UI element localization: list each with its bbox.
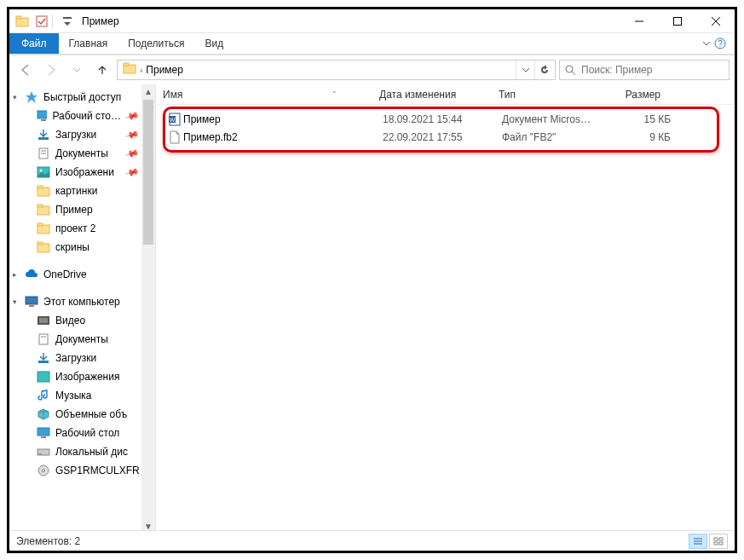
- chevron-down-icon[interactable]: ▾: [13, 297, 21, 306]
- svg-rect-29: [37, 242, 43, 245]
- star-icon: [25, 90, 38, 104]
- column-date[interactable]: Дата изменения: [379, 89, 499, 101]
- search-input[interactable]: Поиск: Пример: [559, 60, 730, 80]
- desktop-icon: [37, 427, 50, 439]
- svg-rect-36: [38, 361, 49, 363]
- svg-rect-34: [39, 334, 48, 344]
- svg-rect-2: [37, 16, 47, 26]
- ribbon-collapse[interactable]: ?: [694, 33, 735, 54]
- column-headers: Имя˄ Дата изменения Тип Размер: [156, 84, 735, 105]
- item-count: Элементов: 2: [16, 535, 80, 547]
- cloud-icon: [25, 268, 38, 280]
- svg-point-43: [43, 470, 45, 472]
- sidebar-item-video[interactable]: Видео: [9, 311, 155, 330]
- tab-home[interactable]: Главная: [59, 33, 118, 54]
- sidebar-item-cd[interactable]: GSP1RMCULXFR: [9, 461, 155, 480]
- sidebar-scrollbar[interactable]: ▲ ▼: [141, 84, 155, 533]
- address-dropdown[interactable]: [516, 61, 534, 79]
- svg-point-21: [40, 170, 43, 172]
- tab-share[interactable]: Поделиться: [118, 33, 194, 54]
- column-name[interactable]: Имя˄: [163, 89, 379, 101]
- close-button[interactable]: [696, 9, 735, 33]
- refresh-button[interactable]: [534, 61, 553, 79]
- file-row[interactable]: W Пример 18.09.2021 15:44 Документ Micro…: [163, 110, 728, 128]
- file-row[interactable]: Пример.fb2 22.09.2021 17:55 Файл "FB2" 9…: [163, 128, 728, 146]
- status-bar: Элементов: 2: [9, 530, 735, 551]
- properties-icon[interactable]: [32, 12, 51, 31]
- desktop-icon: [37, 110, 47, 122]
- cube-icon: [37, 408, 50, 420]
- svg-rect-14: [37, 111, 47, 118]
- music-icon: [37, 390, 50, 401]
- svg-rect-52: [714, 542, 718, 545]
- svg-rect-5: [673, 17, 681, 25]
- pc-icon: [25, 296, 38, 308]
- sidebar-item-music[interactable]: Музыка: [9, 386, 155, 405]
- up-button[interactable]: [91, 59, 113, 81]
- svg-rect-53: [719, 542, 723, 545]
- icons-view-button[interactable]: [709, 534, 728, 549]
- chevron-down-icon[interactable]: ▾: [13, 93, 21, 101]
- file-tab[interactable]: Файл: [9, 33, 59, 54]
- pin-icon: 📌: [124, 165, 141, 180]
- svg-rect-3: [63, 17, 72, 19]
- sidebar-item-3d[interactable]: Объемные объ: [9, 405, 155, 424]
- svg-rect-51: [719, 538, 723, 540]
- column-type[interactable]: Тип: [499, 89, 609, 101]
- address-bar[interactable]: › Пример: [117, 60, 556, 80]
- sidebar-this-pc[interactable]: ▾Этот компьютер: [9, 292, 155, 311]
- recent-dropdown[interactable]: [66, 59, 88, 81]
- pin-icon: 📌: [124, 127, 141, 142]
- svg-rect-39: [41, 436, 46, 438]
- svg-rect-23: [37, 186, 43, 188]
- column-size[interactable]: Размер: [609, 89, 669, 101]
- pin-icon: 📌: [124, 146, 141, 161]
- sidebar-item-desktop[interactable]: Рабочий стол: [9, 424, 155, 442]
- scroll-thumb[interactable]: [143, 100, 153, 245]
- breadcrumb[interactable]: Пример: [142, 64, 187, 76]
- sidebar-item-downloads[interactable]: Загрузки📌: [9, 125, 155, 144]
- sidebar-item-disk[interactable]: Локальный дис: [9, 442, 155, 461]
- pin-icon: 📌: [124, 108, 141, 124]
- sidebar-item-folder[interactable]: Пример: [9, 200, 155, 219]
- sidebar-item-pictures[interactable]: Изображени📌: [9, 163, 155, 182]
- svg-text:?: ?: [718, 39, 723, 49]
- folder-icon: [13, 12, 32, 31]
- sidebar-item-folder[interactable]: скрины: [9, 238, 155, 257]
- titlebar: Пример: [9, 9, 735, 33]
- downloads-icon: [37, 352, 50, 364]
- details-view-button[interactable]: [689, 534, 707, 549]
- svg-rect-25: [37, 205, 43, 207]
- svg-rect-31: [29, 305, 34, 307]
- sidebar-item-folder[interactable]: картинки: [9, 182, 155, 200]
- sidebar-item-desktop[interactable]: Рабочий сто…📌: [9, 107, 155, 125]
- svg-text:W: W: [170, 117, 176, 123]
- sort-asc-icon: ˄: [332, 90, 337, 99]
- documents-icon: [37, 147, 50, 159]
- sidebar-item-folder[interactable]: проект 2: [9, 219, 155, 238]
- help-icon[interactable]: ?: [714, 38, 726, 49]
- word-file-icon: W: [168, 113, 183, 126]
- tab-view[interactable]: Вид: [194, 33, 234, 54]
- maximize-button[interactable]: [658, 9, 696, 33]
- back-button[interactable]: [14, 59, 37, 81]
- search-icon: [565, 65, 576, 76]
- address-bar-row: › Пример Поиск: Пример: [9, 55, 735, 84]
- chevron-right-icon[interactable]: ▸: [13, 270, 21, 279]
- qat-dropdown-icon[interactable]: [58, 12, 77, 31]
- sidebar-onedrive[interactable]: ▸OneDrive: [9, 265, 155, 284]
- cd-icon: [37, 465, 50, 476]
- sidebar-quick-access[interactable]: ▾ Быстрый доступ: [9, 88, 155, 107]
- sidebar-item-documents[interactable]: Документы: [9, 330, 155, 349]
- disk-icon: [37, 446, 50, 458]
- navigation-pane: ▾ Быстрый доступ Рабочий сто…📌 Загрузки📌…: [9, 84, 156, 533]
- scroll-up-icon[interactable]: ▲: [141, 84, 155, 98]
- sidebar-item-documents[interactable]: Документы📌: [9, 144, 155, 163]
- sidebar-item-downloads[interactable]: Загрузки: [9, 349, 155, 367]
- sidebar-item-pictures[interactable]: Изображения: [9, 367, 155, 386]
- forward-button[interactable]: [40, 59, 62, 81]
- qat-separator: [52, 14, 57, 28]
- ribbon-tabs: Файл Главная Поделиться Вид ?: [9, 33, 735, 54]
- minimize-button[interactable]: [620, 9, 658, 33]
- file-list-pane: Имя˄ Дата изменения Тип Размер W Пример …: [156, 84, 735, 533]
